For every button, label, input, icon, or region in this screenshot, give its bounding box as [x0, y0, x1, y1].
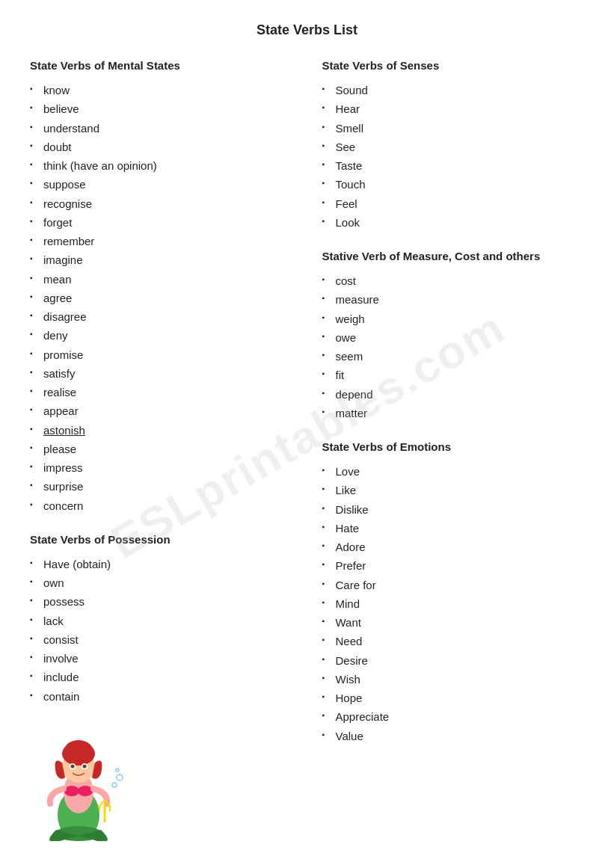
list-item: Wish: [322, 670, 585, 689]
list-item: seem: [322, 347, 585, 366]
list-item: Desire: [322, 651, 585, 670]
list-item: Need: [322, 632, 585, 650]
measure-title: Stative Verb of Measure, Cost and others: [322, 250, 585, 262]
list-item: measure: [322, 290, 585, 309]
list-item: deny: [30, 326, 292, 345]
list-item: realise: [30, 383, 292, 401]
list-item: fit: [322, 366, 585, 384]
list-item: recognise: [30, 194, 292, 213]
list-item: Adore: [322, 538, 585, 556]
list-item: involve: [30, 649, 292, 668]
list-item: Appreciate: [322, 707, 585, 726]
possession-list: Have (obtain)ownpossesslackconsistinvolv…: [30, 555, 292, 706]
page-title: State Verbs List: [30, 22, 584, 38]
svg-point-8: [65, 740, 92, 758]
list-item: Mind: [322, 594, 585, 613]
list-item: own: [30, 573, 292, 592]
list-item: Care for: [322, 576, 585, 594]
list-item: understand: [30, 119, 292, 138]
mental-states-title: State Verbs of Mental States: [30, 59, 292, 72]
list-item: satisfy: [30, 364, 292, 383]
list-item: mean: [30, 270, 292, 289]
list-item: impress: [30, 458, 292, 477]
list-item: Hate: [322, 519, 585, 538]
list-item: Have (obtain): [30, 555, 292, 573]
list-item: depend: [322, 385, 585, 404]
list-item: matter: [322, 404, 585, 422]
list-item: Love: [322, 462, 585, 481]
mermaid-image: [30, 724, 127, 843]
list-item: forget: [30, 213, 292, 232]
list-item: include: [30, 668, 292, 686]
list-item: please: [30, 440, 292, 458]
list-item: cost: [322, 271, 585, 290]
emotions-list: LoveLikeDislikeHateAdorePreferCare forMi…: [322, 462, 585, 745]
list-item: Dislike: [322, 500, 585, 519]
list-item: See: [322, 138, 585, 156]
list-item: Value: [322, 727, 585, 745]
list-item: imagine: [30, 250, 292, 269]
list-item: know: [30, 81, 292, 99]
list-item: Like: [322, 481, 585, 499]
list-item: agree: [30, 289, 292, 307]
svg-point-12: [83, 765, 87, 769]
list-item: disagree: [30, 307, 292, 326]
svg-point-11: [71, 765, 75, 769]
svg-point-16: [112, 783, 117, 787]
list-item: possess: [30, 592, 292, 611]
list-item: promise: [30, 345, 292, 364]
list-item: consist: [30, 630, 292, 649]
mental-states-list: knowbelieveunderstanddoubtthink (have an…: [30, 81, 292, 515]
list-item: Prefer: [322, 556, 585, 575]
senses-title: State Verbs of Senses: [322, 59, 585, 72]
list-item: Hear: [322, 99, 585, 118]
senses-list: SoundHearSmellSeeTasteTouchFeelLook: [322, 81, 585, 232]
svg-point-18: [116, 769, 119, 772]
list-item: Sound: [322, 81, 585, 99]
svg-point-4: [78, 786, 93, 796]
list-item: weigh: [322, 310, 585, 328]
list-item: appear: [30, 401, 292, 420]
svg-point-3: [64, 786, 79, 796]
list-item: astonish: [30, 421, 292, 440]
right-column: State Verbs of Senses SoundHearSmellSeeT…: [307, 59, 585, 843]
list-item: contain: [30, 687, 292, 706]
list-item: remember: [30, 232, 292, 250]
measure-list: costmeasureweighoweseemfitdependmatter: [322, 271, 585, 422]
possession-title: State Verbs of Possession: [30, 533, 292, 546]
list-item: Feel: [322, 194, 585, 213]
list-item: suppose: [30, 175, 292, 194]
list-item: Want: [322, 613, 585, 632]
list-item: doubt: [30, 138, 292, 156]
list-item: surprise: [30, 477, 292, 496]
list-item: Smell: [322, 119, 585, 138]
list-item: Taste: [322, 156, 585, 175]
left-column: State Verbs of Mental States knowbelieve…: [30, 59, 307, 843]
list-item: owe: [322, 328, 585, 347]
list-item: Look: [322, 213, 585, 232]
list-item: lack: [30, 612, 292, 630]
list-item: believe: [30, 99, 292, 118]
list-item: Hope: [322, 689, 585, 707]
list-item: think (have an opinion): [30, 156, 292, 175]
emotions-title: State Verbs of Emotions: [322, 440, 585, 453]
svg-point-17: [117, 775, 123, 781]
list-item: Touch: [322, 175, 585, 194]
list-item: concern: [30, 496, 292, 515]
